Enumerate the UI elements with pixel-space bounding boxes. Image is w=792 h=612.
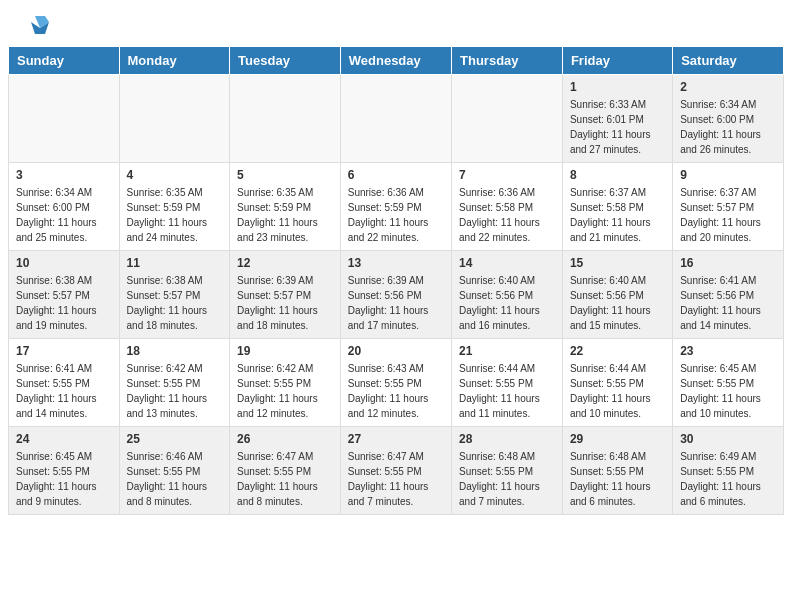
calendar-table: SundayMondayTuesdayWednesdayThursdayFrid… <box>8 46 784 515</box>
day-number: 15 <box>570 256 665 270</box>
weekday-header: Thursday <box>452 47 563 75</box>
day-number: 1 <box>570 80 665 94</box>
day-info: Sunrise: 6:48 AMSunset: 5:55 PMDaylight:… <box>459 449 555 509</box>
calendar-day-cell: 28Sunrise: 6:48 AMSunset: 5:55 PMDayligh… <box>452 427 563 515</box>
day-info: Sunrise: 6:40 AMSunset: 5:56 PMDaylight:… <box>570 273 665 333</box>
day-number: 14 <box>459 256 555 270</box>
calendar-day-cell <box>9 75 120 163</box>
day-info: Sunrise: 6:47 AMSunset: 5:55 PMDaylight:… <box>348 449 444 509</box>
calendar-day-cell: 24Sunrise: 6:45 AMSunset: 5:55 PMDayligh… <box>9 427 120 515</box>
day-number: 19 <box>237 344 333 358</box>
day-number: 28 <box>459 432 555 446</box>
day-info: Sunrise: 6:38 AMSunset: 5:57 PMDaylight:… <box>127 273 223 333</box>
day-number: 11 <box>127 256 223 270</box>
day-number: 27 <box>348 432 444 446</box>
day-number: 29 <box>570 432 665 446</box>
day-number: 21 <box>459 344 555 358</box>
day-number: 5 <box>237 168 333 182</box>
logo <box>24 18 53 36</box>
calendar-day-cell: 26Sunrise: 6:47 AMSunset: 5:55 PMDayligh… <box>230 427 341 515</box>
calendar-day-cell: 7Sunrise: 6:36 AMSunset: 5:58 PMDaylight… <box>452 163 563 251</box>
calendar-day-cell: 29Sunrise: 6:48 AMSunset: 5:55 PMDayligh… <box>562 427 672 515</box>
day-info: Sunrise: 6:47 AMSunset: 5:55 PMDaylight:… <box>237 449 333 509</box>
day-info: Sunrise: 6:36 AMSunset: 5:58 PMDaylight:… <box>459 185 555 245</box>
weekday-header: Monday <box>119 47 230 75</box>
day-info: Sunrise: 6:45 AMSunset: 5:55 PMDaylight:… <box>680 361 776 421</box>
weekday-header: Sunday <box>9 47 120 75</box>
calendar-day-cell: 1Sunrise: 6:33 AMSunset: 6:01 PMDaylight… <box>562 75 672 163</box>
calendar-day-cell: 18Sunrise: 6:42 AMSunset: 5:55 PMDayligh… <box>119 339 230 427</box>
day-info: Sunrise: 6:39 AMSunset: 5:57 PMDaylight:… <box>237 273 333 333</box>
day-info: Sunrise: 6:40 AMSunset: 5:56 PMDaylight:… <box>459 273 555 333</box>
calendar-week-row: 10Sunrise: 6:38 AMSunset: 5:57 PMDayligh… <box>9 251 784 339</box>
day-number: 25 <box>127 432 223 446</box>
calendar-day-cell: 9Sunrise: 6:37 AMSunset: 5:57 PMDaylight… <box>673 163 784 251</box>
calendar-day-cell: 21Sunrise: 6:44 AMSunset: 5:55 PMDayligh… <box>452 339 563 427</box>
day-info: Sunrise: 6:44 AMSunset: 5:55 PMDaylight:… <box>459 361 555 421</box>
calendar-day-cell: 8Sunrise: 6:37 AMSunset: 5:58 PMDaylight… <box>562 163 672 251</box>
calendar-day-cell: 13Sunrise: 6:39 AMSunset: 5:56 PMDayligh… <box>340 251 451 339</box>
day-number: 9 <box>680 168 776 182</box>
weekday-header: Saturday <box>673 47 784 75</box>
calendar-day-cell: 17Sunrise: 6:41 AMSunset: 5:55 PMDayligh… <box>9 339 120 427</box>
calendar-day-cell: 3Sunrise: 6:34 AMSunset: 6:00 PMDaylight… <box>9 163 120 251</box>
day-number: 30 <box>680 432 776 446</box>
day-info: Sunrise: 6:41 AMSunset: 5:55 PMDaylight:… <box>16 361 112 421</box>
day-info: Sunrise: 6:42 AMSunset: 5:55 PMDaylight:… <box>237 361 333 421</box>
day-info: Sunrise: 6:43 AMSunset: 5:55 PMDaylight:… <box>348 361 444 421</box>
calendar-day-cell: 19Sunrise: 6:42 AMSunset: 5:55 PMDayligh… <box>230 339 341 427</box>
calendar-day-cell: 11Sunrise: 6:38 AMSunset: 5:57 PMDayligh… <box>119 251 230 339</box>
day-number: 26 <box>237 432 333 446</box>
weekday-header: Tuesday <box>230 47 341 75</box>
page-header <box>0 0 792 46</box>
day-number: 4 <box>127 168 223 182</box>
day-number: 22 <box>570 344 665 358</box>
calendar-day-cell: 22Sunrise: 6:44 AMSunset: 5:55 PMDayligh… <box>562 339 672 427</box>
logo-icon <box>27 14 53 40</box>
calendar-day-cell: 23Sunrise: 6:45 AMSunset: 5:55 PMDayligh… <box>673 339 784 427</box>
calendar-day-cell <box>340 75 451 163</box>
day-info: Sunrise: 6:42 AMSunset: 5:55 PMDaylight:… <box>127 361 223 421</box>
day-info: Sunrise: 6:35 AMSunset: 5:59 PMDaylight:… <box>237 185 333 245</box>
calendar-day-cell: 12Sunrise: 6:39 AMSunset: 5:57 PMDayligh… <box>230 251 341 339</box>
day-info: Sunrise: 6:34 AMSunset: 6:00 PMDaylight:… <box>16 185 112 245</box>
calendar-day-cell <box>230 75 341 163</box>
day-number: 7 <box>459 168 555 182</box>
calendar-day-cell: 14Sunrise: 6:40 AMSunset: 5:56 PMDayligh… <box>452 251 563 339</box>
day-info: Sunrise: 6:45 AMSunset: 5:55 PMDaylight:… <box>16 449 112 509</box>
day-number: 24 <box>16 432 112 446</box>
day-number: 6 <box>348 168 444 182</box>
day-number: 13 <box>348 256 444 270</box>
day-number: 16 <box>680 256 776 270</box>
calendar-day-cell <box>119 75 230 163</box>
day-info: Sunrise: 6:49 AMSunset: 5:55 PMDaylight:… <box>680 449 776 509</box>
calendar-week-row: 17Sunrise: 6:41 AMSunset: 5:55 PMDayligh… <box>9 339 784 427</box>
calendar-header-row: SundayMondayTuesdayWednesdayThursdayFrid… <box>9 47 784 75</box>
day-number: 18 <box>127 344 223 358</box>
calendar-day-cell: 15Sunrise: 6:40 AMSunset: 5:56 PMDayligh… <box>562 251 672 339</box>
calendar-day-cell <box>452 75 563 163</box>
day-number: 23 <box>680 344 776 358</box>
day-info: Sunrise: 6:41 AMSunset: 5:56 PMDaylight:… <box>680 273 776 333</box>
day-info: Sunrise: 6:48 AMSunset: 5:55 PMDaylight:… <box>570 449 665 509</box>
day-info: Sunrise: 6:46 AMSunset: 5:55 PMDaylight:… <box>127 449 223 509</box>
day-info: Sunrise: 6:33 AMSunset: 6:01 PMDaylight:… <box>570 97 665 157</box>
day-info: Sunrise: 6:37 AMSunset: 5:58 PMDaylight:… <box>570 185 665 245</box>
calendar-day-cell: 30Sunrise: 6:49 AMSunset: 5:55 PMDayligh… <box>673 427 784 515</box>
day-number: 10 <box>16 256 112 270</box>
day-info: Sunrise: 6:36 AMSunset: 5:59 PMDaylight:… <box>348 185 444 245</box>
calendar-day-cell: 27Sunrise: 6:47 AMSunset: 5:55 PMDayligh… <box>340 427 451 515</box>
calendar-day-cell: 4Sunrise: 6:35 AMSunset: 5:59 PMDaylight… <box>119 163 230 251</box>
day-number: 20 <box>348 344 444 358</box>
day-number: 8 <box>570 168 665 182</box>
day-info: Sunrise: 6:39 AMSunset: 5:56 PMDaylight:… <box>348 273 444 333</box>
calendar-day-cell: 20Sunrise: 6:43 AMSunset: 5:55 PMDayligh… <box>340 339 451 427</box>
day-info: Sunrise: 6:34 AMSunset: 6:00 PMDaylight:… <box>680 97 776 157</box>
calendar-day-cell: 6Sunrise: 6:36 AMSunset: 5:59 PMDaylight… <box>340 163 451 251</box>
calendar-week-row: 24Sunrise: 6:45 AMSunset: 5:55 PMDayligh… <box>9 427 784 515</box>
calendar-day-cell: 10Sunrise: 6:38 AMSunset: 5:57 PMDayligh… <box>9 251 120 339</box>
day-info: Sunrise: 6:35 AMSunset: 5:59 PMDaylight:… <box>127 185 223 245</box>
day-info: Sunrise: 6:44 AMSunset: 5:55 PMDaylight:… <box>570 361 665 421</box>
day-number: 12 <box>237 256 333 270</box>
day-number: 17 <box>16 344 112 358</box>
